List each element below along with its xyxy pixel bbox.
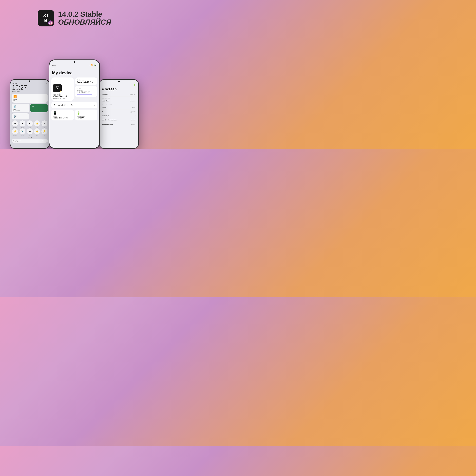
device-cards-grid: XT B 🔥 MIUI version XTBUI Standard 14.0.… <box>50 78 99 102</box>
miui-version-label: MIUI version <box>53 93 61 95</box>
screenshot-btn-wrap: ⚡ Screens <box>12 128 18 136</box>
chevron-icon-2: › <box>136 107 136 108</box>
storage-bar <box>77 95 92 95</box>
battery-info-card: 🔋 Battery capacity 5020mAh <box>75 110 97 120</box>
chevron-icon-5: › <box>136 119 136 121</box>
battery-icon: 🔋 <box>77 111 96 115</box>
screenshot-button[interactable]: ⚡ <box>12 128 18 134</box>
wifi-tile[interactable]: 📶 Wi-Fi Off <box>12 94 48 102</box>
sound-button[interactable]: 🔔 <box>34 120 40 126</box>
autorotate-btn-wrap: A Aero... <box>26 120 33 128</box>
more-button[interactable]: M <box>41 120 47 126</box>
data-sub: Not available <box>13 110 28 111</box>
settings-list: on speed Balanced › NAVIGATION navigatio… <box>100 92 138 126</box>
battery-value: 5020mAh <box>77 117 96 119</box>
dot-2 <box>29 137 30 138</box>
device-value: Redmi Note 10 Pro <box>53 117 72 119</box>
more-label: Mo <box>44 127 45 128</box>
left-camera-notch <box>10 80 49 82</box>
chevron-icon-4: › <box>136 115 136 117</box>
media-controls: ⏮ ▶ ⏭ <box>42 140 46 142</box>
more-btn-wrap: M Mo <box>41 120 48 128</box>
screen-style-item[interactable]: screen Classic › <box>101 106 137 110</box>
search-provider-value: Google › <box>131 123 136 125</box>
badge: 14 <box>48 20 53 25</box>
miui-card: XT B 🔥 MIUI version XTBUI Standard 14.0.… <box>51 78 74 101</box>
airplane-button[interactable]: ✈ <box>19 120 25 126</box>
right-cards: Device name Redmi Note 10 Pro Storage Oc… <box>75 78 97 97</box>
left-time: 16:27 <box>10 84 49 91</box>
update-label: ОБНОВЛЯЙСЯ <box>58 18 111 26</box>
chevron-icon-1: › <box>136 100 136 102</box>
location-label: ion <box>29 135 30 136</box>
app-vault-item[interactable]: n App vault › <box>101 110 137 114</box>
sound-tile[interactable]: 🔊 <box>12 113 29 119</box>
navigation-label: navigation <box>102 100 109 102</box>
phone-center: 16:26 ⊡ 📶 🔋47 ← My device XT B 🔥 MIUI <box>49 59 100 149</box>
left-camera-dot <box>29 81 30 82</box>
app-icon-line1: XT <box>43 13 49 18</box>
autorotate-button[interactable]: A <box>27 120 33 126</box>
home-screen-item[interactable]: p on the Home screen Search › <box>101 118 137 122</box>
right-status-icons: 🔋 <box>134 84 136 86</box>
device-name-label: Device name <box>77 79 96 81</box>
animation-speed-label: on speed <box>102 94 108 95</box>
device-info-cards: 📱 Device Redmi Note 10 Pro 🔋 Battery cap… <box>50 110 99 120</box>
left-status-left: calls only <box>12 83 17 84</box>
app-icon: XT B 14 <box>38 10 54 26</box>
xtb-card-icon: XT B 🔥 <box>53 84 62 92</box>
navigation-value: Gestures › <box>130 100 136 102</box>
search-provider-label: p search provider <box>102 123 114 125</box>
key-button[interactable]: 🔑 <box>41 128 47 134</box>
phone-left: calls only Em 16:27 Tue, 2 May 📶 Wi-Fi O… <box>10 79 50 149</box>
search-provider-item[interactable]: p search provider Google › <box>101 122 137 126</box>
airplane-btn-wrap: ✈ Mode <box>19 120 26 128</box>
chevron-icon-0: › <box>136 94 136 95</box>
navigation-item[interactable]: navigation Gestures › <box>101 99 137 103</box>
torch-button[interactable]: 🔦 <box>19 128 25 134</box>
xtb-flame-icon: 🔥 <box>60 90 61 92</box>
device-name-card: Device name Redmi Note 10 Pro <box>75 78 97 85</box>
center-time: 16:26 <box>52 65 56 66</box>
screenshot-label: Screens <box>13 135 17 136</box>
location-button[interactable]: ◎ <box>27 128 33 134</box>
data-icon: 📡 <box>13 105 28 108</box>
status-icon-wifi: 📶 <box>91 65 93 66</box>
right-status-bar: 16:26 🔋 <box>100 83 138 86</box>
brightness-tile[interactable]: ☀ <box>30 103 48 112</box>
location-btn-wrap: ◎ ion <box>26 128 33 136</box>
screen-style-label: screen <box>102 107 106 108</box>
animation-speed-item[interactable]: on speed Balanced › <box>101 92 137 97</box>
center-camera-dot <box>73 61 75 63</box>
media-bar[interactable]: No playback ⏮ ▶ ⏭ <box>12 139 48 143</box>
device-name-value: Redmi Note 10 Pro <box>77 81 96 83</box>
center-status-icons: ⊡ 📶 🔋47 <box>89 65 97 66</box>
center-page-title: My device <box>50 70 99 78</box>
app-icon-line2: B <box>44 18 47 23</box>
xtb-line1: XT <box>56 86 59 88</box>
center-status-bar: 16:26 ⊡ 📶 🔋47 <box>50 63 99 67</box>
left-date: Tue, 2 May <box>10 91 49 94</box>
default-settings-item[interactable]: ult settings › <box>101 114 137 118</box>
brightness-icon: ☀ <box>32 105 46 108</box>
miui-version-number: 14.0.2.0.TKFMIXM <box>53 97 66 99</box>
lock-label: Loc <box>36 135 38 136</box>
left-status-right: Em <box>46 83 48 84</box>
lock-button[interactable]: 🔒 <box>34 128 40 134</box>
bluetooth-button[interactable]: ✱ <box>12 120 18 126</box>
data-label: data <box>13 108 28 110</box>
phone-right-screen: 16:26 🔋 e screen on speed Balanced › NAV… <box>100 80 138 148</box>
device-icon: 📱 <box>53 111 72 115</box>
data-tile[interactable]: 📡 data Not available <box>12 103 29 112</box>
storage-label: Storage <box>77 88 96 89</box>
animation-speed-value: Balanced › <box>130 94 136 95</box>
default-settings-label: ult settings <box>102 115 109 117</box>
app-vault-value: App vault › <box>130 111 136 113</box>
center-back-button[interactable]: ← <box>50 67 99 70</box>
right-camera-notch <box>100 80 138 83</box>
default-settings-value: › <box>136 115 136 117</box>
benefits-row[interactable]: Check available benefits › <box>51 102 97 108</box>
status-icon-battery: 🔋47 <box>93 65 97 66</box>
storage-occupied-label: Occupied <box>77 89 96 91</box>
bluetooth-label: Bluetoo... <box>13 127 17 128</box>
